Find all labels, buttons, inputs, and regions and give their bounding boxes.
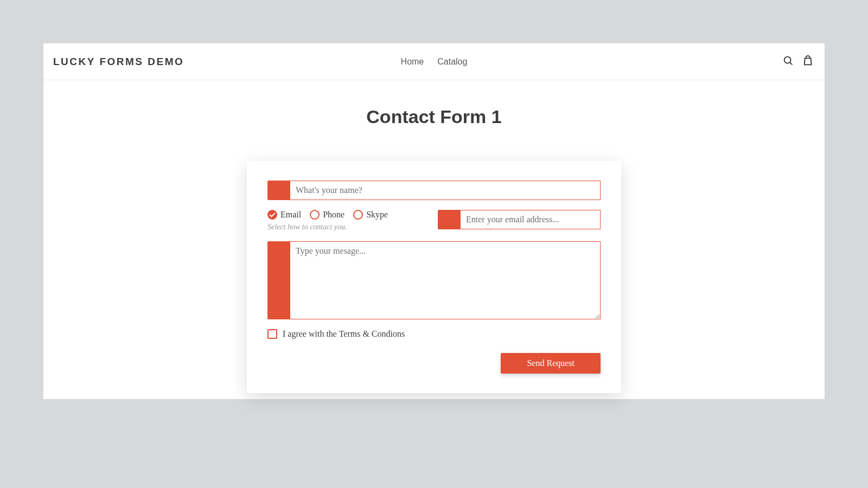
message-field-prefix xyxy=(267,241,290,319)
radio-circle-skype xyxy=(353,210,363,220)
name-input[interactable] xyxy=(290,181,601,200)
radio-label-phone: Phone xyxy=(323,210,344,220)
radio-group: Email Phone Skype xyxy=(267,210,388,220)
header: LUCKY FORMS DEMO Home Catalog xyxy=(43,43,825,80)
submit-row: Send Request xyxy=(267,353,601,374)
svg-line-1 xyxy=(790,62,792,64)
search-icon[interactable] xyxy=(782,55,794,69)
svg-point-0 xyxy=(784,56,791,63)
contact-form: Email Phone Skype Select how to contact … xyxy=(247,161,621,393)
message-field-row xyxy=(267,241,601,319)
terms-label: I agree with the Terms & Condions xyxy=(283,329,405,339)
radio-label-email: Email xyxy=(280,210,301,220)
radio-option-skype[interactable]: Skype xyxy=(353,210,388,220)
name-field-row xyxy=(267,181,601,200)
name-field-prefix xyxy=(267,181,290,200)
send-request-button[interactable]: Send Request xyxy=(501,353,601,374)
terms-row[interactable]: I agree with the Terms & Condions xyxy=(267,329,601,339)
radio-option-phone[interactable]: Phone xyxy=(310,210,344,220)
email-input[interactable] xyxy=(461,210,601,229)
contact-method-group: Email Phone Skype Select how to contact … xyxy=(267,210,388,232)
email-field-prefix xyxy=(438,210,461,229)
nav-catalog-link[interactable]: Catalog xyxy=(437,57,467,67)
header-icons xyxy=(782,55,815,69)
email-field-row xyxy=(438,210,601,229)
nav-home-link[interactable]: Home xyxy=(401,57,424,67)
brand-logo[interactable]: LUCKY FORMS DEMO xyxy=(53,56,184,68)
contact-method-helper: Select how to contact you. xyxy=(267,223,388,232)
terms-checkbox[interactable] xyxy=(267,329,277,339)
radio-label-skype: Skype xyxy=(366,210,388,220)
radio-circle-phone xyxy=(310,210,320,220)
radio-option-email[interactable]: Email xyxy=(267,210,301,220)
radio-circle-email xyxy=(267,210,277,220)
cart-icon[interactable] xyxy=(803,55,815,69)
page-title: Contact Form 1 xyxy=(43,106,825,127)
message-textarea[interactable] xyxy=(290,241,601,319)
page-card: LUCKY FORMS DEMO Home Catalog Contact Fo… xyxy=(43,43,825,399)
contact-method-row: Email Phone Skype Select how to contact … xyxy=(267,210,601,232)
